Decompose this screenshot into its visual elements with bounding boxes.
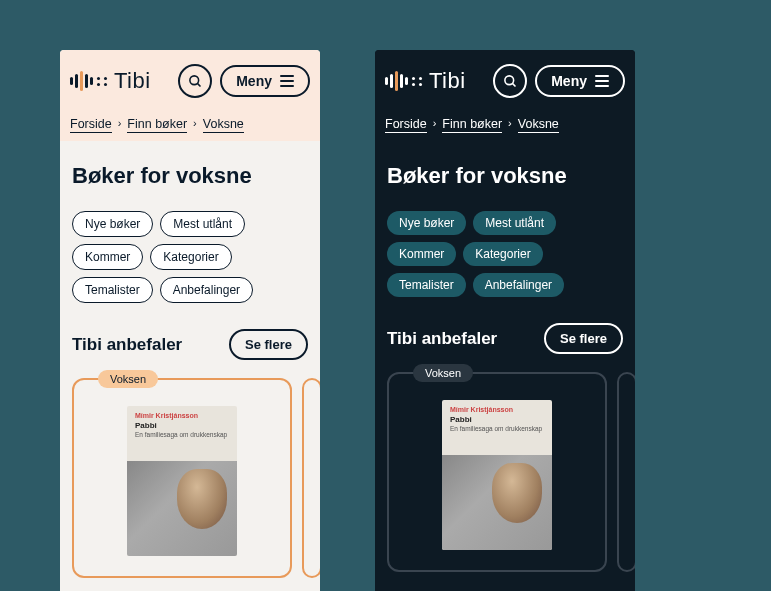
header: Tibi Meny: [60, 50, 320, 108]
breadcrumb-item[interactable]: Finn bøker: [127, 117, 187, 133]
book-card[interactable]: [302, 378, 320, 578]
filter-list: Nye bøker Mest utlånt Kommer Kategorier …: [72, 211, 308, 303]
search-icon: [503, 74, 518, 89]
chevron-right-icon: ›: [433, 117, 437, 133]
main: Bøker for voksne Nye bøker Mest utlånt K…: [375, 141, 635, 591]
breadcrumb-item[interactable]: Finn bøker: [442, 117, 502, 133]
breadcrumb-item[interactable]: Voksne: [518, 117, 559, 133]
filter-pill[interactable]: Kommer: [387, 242, 456, 266]
logo-icon: [70, 69, 108, 93]
category-tag: Voksen: [413, 364, 473, 382]
filter-pill[interactable]: Mest utlånt: [160, 211, 245, 237]
menu-icon: [595, 75, 609, 87]
breadcrumb-item[interactable]: Voksne: [203, 117, 244, 133]
filter-pill[interactable]: Kommer: [72, 244, 143, 270]
svg-point-0: [190, 75, 199, 84]
section-header: Tibi anbefaler Se flere: [72, 329, 308, 360]
menu-icon: [280, 75, 294, 87]
book-author: Mímir Kristjánsson: [135, 412, 229, 420]
book-card[interactable]: Voksen Mímir Kristjánsson Pabbi En famil…: [72, 378, 292, 578]
menu-label: Meny: [236, 73, 272, 89]
book-subtitle: En familiesaga om drukkenskap: [450, 425, 544, 433]
filter-pill[interactable]: Kategorier: [150, 244, 231, 270]
filter-pill[interactable]: Kategorier: [463, 242, 542, 266]
book-author: Mímir Kristjánsson: [450, 406, 544, 414]
page-title: Bøker for voksne: [387, 163, 623, 189]
page-title: Bøker for voksne: [72, 163, 308, 189]
menu-button[interactable]: Meny: [220, 65, 310, 97]
breadcrumb: Forside › Finn bøker › Voksne: [375, 108, 635, 141]
filter-pill[interactable]: Anbefalinger: [160, 277, 253, 303]
menu-button[interactable]: Meny: [535, 65, 625, 97]
header: Tibi Meny: [375, 50, 635, 108]
filter-pill[interactable]: Mest utlånt: [473, 211, 556, 235]
book-carousel[interactable]: Voksen Mímir Kristjánsson Pabbi En famil…: [72, 378, 308, 578]
filter-pill[interactable]: Nye bøker: [72, 211, 153, 237]
filter-pill[interactable]: Nye bøker: [387, 211, 466, 235]
filter-list: Nye bøker Mest utlånt Kommer Kategorier …: [387, 211, 623, 297]
section-title: Tibi anbefaler: [72, 335, 182, 355]
breadcrumb-item[interactable]: Forside: [385, 117, 427, 133]
dark-theme-preview: Tibi Meny Forside › Finn bøker › Voksne …: [375, 50, 635, 591]
section-header: Tibi anbefaler Se flere: [387, 323, 623, 354]
search-icon: [188, 74, 203, 89]
menu-label: Meny: [551, 73, 587, 89]
search-button[interactable]: [493, 64, 527, 98]
see-all-button[interactable]: Se flere: [544, 323, 623, 354]
book-card[interactable]: Voksen Mímir Kristjánsson Pabbi En famil…: [387, 372, 607, 572]
filter-pill[interactable]: Anbefalinger: [473, 273, 564, 297]
section-title: Tibi anbefaler: [387, 329, 497, 349]
svg-point-2: [505, 75, 514, 84]
logo[interactable]: Tibi: [385, 68, 466, 94]
book-cover: Mímir Kristjánsson Pabbi En familiesaga …: [127, 406, 237, 556]
filter-pill[interactable]: Temalister: [72, 277, 153, 303]
breadcrumb-item[interactable]: Forside: [70, 117, 112, 133]
book-carousel[interactable]: Voksen Mímir Kristjánsson Pabbi En famil…: [387, 372, 623, 572]
svg-line-1: [197, 83, 200, 86]
category-tag: Voksen: [98, 370, 158, 388]
brand-name: Tibi: [429, 68, 466, 94]
search-button[interactable]: [178, 64, 212, 98]
light-theme-preview: Tibi Meny Forside › Finn bøker › Voksne …: [60, 50, 320, 591]
book-title: Pabbi: [450, 415, 544, 425]
book-card[interactable]: [617, 372, 635, 572]
book-title: Pabbi: [135, 421, 229, 431]
chevron-right-icon: ›: [118, 117, 122, 133]
filter-pill[interactable]: Temalister: [387, 273, 466, 297]
main: Bøker for voksne Nye bøker Mest utlånt K…: [60, 141, 320, 591]
breadcrumb: Forside › Finn bøker › Voksne: [60, 108, 320, 141]
svg-line-3: [512, 83, 515, 86]
book-subtitle: En familiesaga om drukkenskap: [135, 431, 229, 439]
brand-name: Tibi: [114, 68, 151, 94]
chevron-right-icon: ›: [193, 117, 197, 133]
see-all-button[interactable]: Se flere: [229, 329, 308, 360]
logo[interactable]: Tibi: [70, 68, 151, 94]
book-cover: Mímir Kristjánsson Pabbi En familiesaga …: [442, 400, 552, 550]
logo-icon: [385, 69, 423, 93]
chevron-right-icon: ›: [508, 117, 512, 133]
